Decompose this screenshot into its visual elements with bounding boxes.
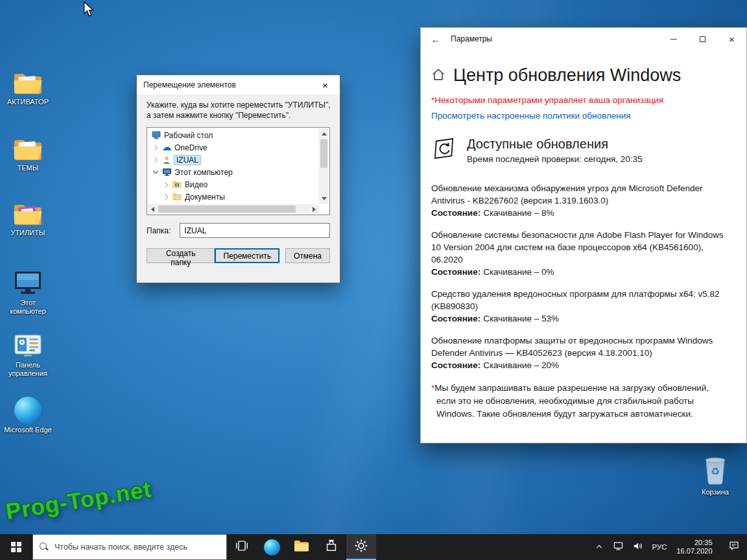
tree-item-label: Видео	[185, 180, 208, 189]
system-tray: РУС 20:3516.07.2020	[590, 534, 747, 560]
clock-time: 20:35	[676, 539, 712, 547]
scroll-right-icon[interactable]	[313, 207, 316, 212]
chevron-right-icon[interactable]	[152, 145, 159, 151]
chevron-right-icon[interactable]	[152, 157, 159, 163]
desktop-icon-label: ТЕМЫ	[18, 164, 39, 172]
view-update-policies-link[interactable]: Просмотреть настроенные политики обновле…	[431, 111, 737, 121]
close-icon[interactable]: ×	[717, 28, 746, 50]
page-title: Центр обновления Windows	[453, 65, 681, 86]
taskbar-settings-button[interactable]	[346, 534, 376, 560]
language-indicator[interactable]: РУС	[647, 534, 672, 560]
back-icon[interactable]: ←	[421, 28, 451, 50]
taskbar-clock[interactable]: 20:3516.07.2020	[672, 534, 721, 560]
update-name: Обновление системы безопасности для Adob…	[431, 229, 724, 266]
chevron-right-icon[interactable]	[163, 194, 169, 200]
update-name: Средство удаления вредоносных программ д…	[431, 288, 724, 312]
watermark: Prog-Top.net	[4, 476, 154, 524]
desktop-icon-recycle-bin[interactable]: ♻ Корзина	[690, 452, 741, 496]
update-item: Средство удаления вредоносных программ д…	[431, 288, 724, 325]
update-item: Обновление системы безопасности для Adob…	[431, 229, 724, 278]
settings-window: ← Параметры × Центр обновления Windows *…	[420, 27, 747, 443]
move-button[interactable]: Переместить	[215, 248, 279, 263]
chevron-up-icon	[597, 544, 602, 550]
available-updates-title: Доступные обновления	[467, 137, 643, 152]
taskbar-explorer-button[interactable]	[287, 534, 316, 560]
search-input[interactable]	[54, 542, 220, 552]
svg-text:♻: ♻	[711, 465, 720, 478]
edge-icon	[14, 394, 42, 424]
desktop-icon-edge[interactable]: Microsoft Edge	[3, 394, 53, 434]
desktop-icon-label: Microsoft Edge	[4, 426, 51, 434]
desktop-icon-label: УТИЛИТЫ	[10, 229, 45, 237]
tree-rows: Рабочий стол ☁ OneDrive IZUAL	[148, 129, 318, 204]
vertical-scroll-thumb[interactable]	[320, 139, 327, 168]
tree-item-label: Этот компьютер	[174, 168, 233, 177]
scroll-down-icon[interactable]	[322, 197, 327, 200]
settings-content: Центр обновления Windows *Некоторыми пар…	[421, 50, 746, 421]
desktop-icon-label: Панель управления	[3, 361, 53, 378]
desktop-icon-this-pc[interactable]: Этот компьютер	[3, 267, 53, 316]
desktop-icon-utility[interactable]: УТИЛИТЫ	[3, 197, 53, 237]
desktop-icon-aktivator[interactable]: АКТИВАТОР	[3, 66, 53, 106]
tree-item-label-selected: IZUAL	[174, 156, 200, 165]
maximize-icon[interactable]	[688, 28, 717, 50]
desktop-icon-control-panel[interactable]: Панель управления	[3, 329, 53, 378]
network-button[interactable]	[608, 534, 628, 560]
taskbar-edge-button[interactable]	[257, 534, 287, 560]
update-name: Обновление платформы защиты от вредоносн…	[431, 334, 724, 359]
update-status: Состояние:Скачивание – 20%	[431, 359, 724, 371]
microsoft-store-icon	[324, 539, 338, 555]
minimize-icon[interactable]	[659, 28, 688, 50]
desktop-icon-temy[interactable]: ТЕМЫ	[3, 132, 53, 172]
desktop: АКТИВАТОР ТЕМЫ УТИЛИТЫ Этот компьютер Па…	[0, 0, 747, 560]
folder-icon	[13, 132, 43, 162]
folder-icon	[13, 66, 43, 96]
onedrive-icon: ☁	[161, 143, 172, 153]
taskbar-search[interactable]	[32, 534, 227, 560]
task-view-icon	[235, 539, 249, 555]
horizontal-scrollbar[interactable]	[148, 204, 319, 214]
windows-logo-icon	[11, 542, 21, 552]
gear-icon	[354, 539, 368, 555]
close-icon[interactable]: ×	[311, 76, 340, 95]
action-center-button[interactable]	[721, 534, 747, 560]
create-folder-button[interactable]: Создать папку	[147, 248, 215, 263]
scroll-up-icon[interactable]	[322, 132, 327, 135]
folder-tree: Рабочий стол ☁ OneDrive IZUAL	[147, 127, 330, 215]
settings-titlebar[interactable]: ← Параметры ×	[421, 28, 746, 50]
cancel-button[interactable]: Отмена	[285, 248, 330, 263]
taskbar: РУС 20:3516.07.2020	[0, 534, 747, 560]
task-view-button[interactable]	[227, 534, 257, 560]
tray-expand-button[interactable]	[590, 534, 608, 560]
chevron-down-icon[interactable]	[152, 169, 159, 176]
update-name: Обновление механизма обнаружения угроз д…	[431, 182, 724, 207]
tree-item-onedrive[interactable]: ☁ OneDrive	[148, 141, 318, 154]
file-explorer-icon	[294, 539, 309, 555]
folder-icon	[13, 197, 43, 227]
taskbar-store-button[interactable]	[316, 534, 346, 560]
home-icon	[431, 67, 445, 84]
folder-name-input[interactable]	[180, 223, 330, 238]
horizontal-scroll-thumb[interactable]	[158, 205, 296, 213]
recycle-bin-icon: ♻	[702, 452, 728, 486]
start-button[interactable]	[0, 534, 32, 560]
videos-folder-icon	[172, 180, 182, 190]
tree-item-documents[interactable]: Документы	[148, 191, 318, 203]
tree-item-izual[interactable]: IZUAL	[148, 154, 318, 166]
chevron-right-icon[interactable]	[163, 181, 169, 188]
scroll-left-icon[interactable]	[151, 207, 154, 212]
vertical-scrollbar[interactable]	[319, 128, 329, 204]
computer-icon	[161, 167, 172, 178]
tree-item-this-pc[interactable]: Этот компьютер	[148, 166, 318, 178]
update-item: Обновление механизма обнаружения угроз д…	[431, 182, 724, 219]
volume-button[interactable]	[628, 534, 647, 560]
tree-item-videos[interactable]: Видео	[148, 178, 318, 191]
move-items-dialog: Перемещение элементов × Укажите, куда вы…	[136, 75, 340, 283]
desktop-icon-label: Этот компьютер	[3, 299, 53, 316]
dialog-titlebar[interactable]: Перемещение элементов ×	[137, 75, 340, 95]
tree-item-label: OneDrive	[174, 143, 208, 152]
tree-item-desktop[interactable]: Рабочий стол	[148, 129, 318, 141]
update-status: Состояние:Скачивание – 0%	[431, 266, 724, 278]
network-icon	[613, 541, 624, 554]
desktop-icon-label: Корзина	[702, 488, 729, 496]
